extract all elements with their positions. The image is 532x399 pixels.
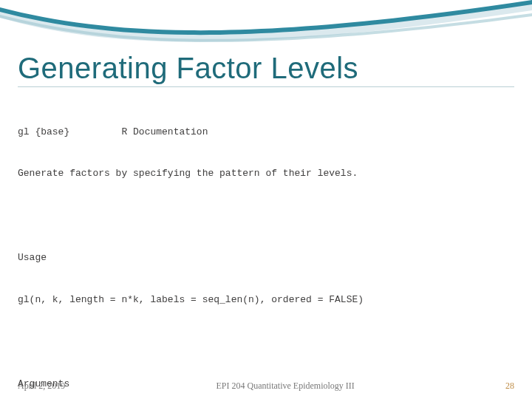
- slide-content: Generating Factor Levels gl {base} R Doc…: [0, 0, 532, 399]
- usage-block: Usage gl(n, k, length = n*k, labels = se…: [18, 224, 514, 335]
- footer-course: EPI 204 Quantitative Epidemiology III: [65, 381, 505, 392]
- slide-title: Generating Factor Levels: [18, 52, 514, 87]
- doc-desc: Generate factors by specifying the patte…: [18, 167, 514, 181]
- arguments-block: Arguments nan integer giving the number …: [18, 350, 514, 400]
- doc-label: R Documentation: [121, 126, 208, 137]
- footer-date: April 2, 2019: [18, 381, 65, 392]
- doc-header: gl {base} R Documentation Generate facto…: [18, 98, 514, 209]
- footer-page: 28: [505, 381, 514, 392]
- usage-code: gl(n, k, length = n*k, labels = seq_len(…: [18, 293, 514, 307]
- footer: April 2, 2019 EPI 204 Quantitative Epide…: [0, 381, 532, 392]
- usage-label: Usage: [18, 251, 514, 265]
- pkg-name: gl {base}: [18, 126, 69, 137]
